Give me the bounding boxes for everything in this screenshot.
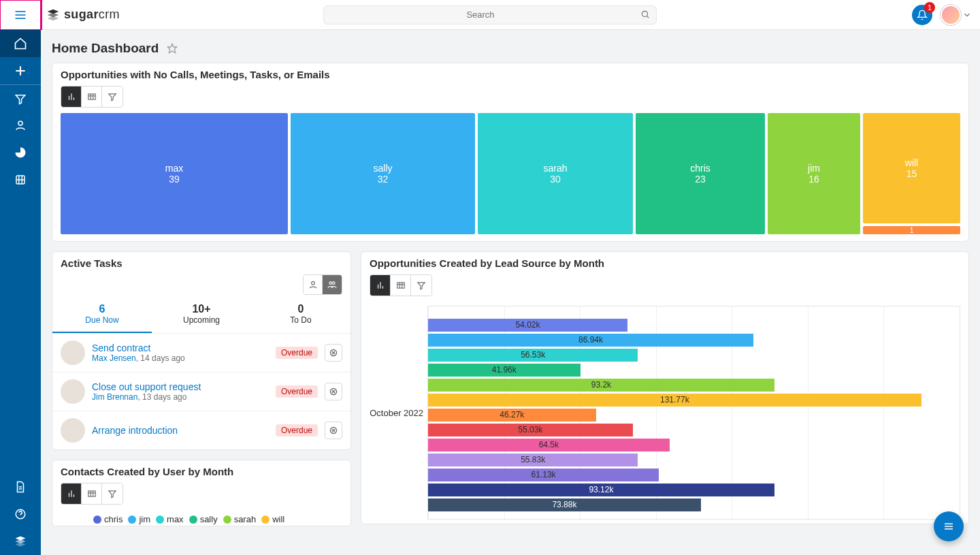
treemap-cell-value: 39 xyxy=(169,174,180,185)
favorite-toggle[interactable] xyxy=(167,43,178,54)
contacts-filter[interactable] xyxy=(102,483,122,504)
nav-accounts[interactable] xyxy=(0,112,41,139)
table-icon xyxy=(396,281,406,290)
nav-create[interactable] xyxy=(0,57,41,84)
contacts-view-chart[interactable] xyxy=(61,483,82,504)
task-title-link[interactable]: Close out support request xyxy=(92,381,269,392)
treemap-cell[interactable]: jim16 xyxy=(768,113,860,234)
legend-item[interactable]: chris xyxy=(93,514,122,524)
treemap-cell[interactable]: chris23 xyxy=(636,113,765,234)
pie-icon xyxy=(14,146,27,159)
legend-item[interactable]: will xyxy=(261,514,284,524)
tab-count: 6 xyxy=(52,303,152,315)
bar-row: 93.2k xyxy=(428,377,953,392)
task-dismiss-button[interactable] xyxy=(325,383,342,400)
bar-segment[interactable]: 46.27k xyxy=(428,409,596,422)
brand-logo[interactable]: sugarcrm xyxy=(41,7,120,22)
bar-segment[interactable]: 73.88k xyxy=(428,498,701,511)
task-meta: Jim Brennan, 13 days ago xyxy=(92,392,269,402)
view-table-button[interactable] xyxy=(82,86,102,107)
chevron-down-icon xyxy=(962,10,972,20)
brand-mark-icon xyxy=(46,8,60,22)
page-title: Home Dashboard xyxy=(52,41,159,56)
treemap-cell[interactable]: sally32 xyxy=(291,113,475,234)
task-title-link[interactable]: Arrange introduction xyxy=(92,425,269,436)
bar-segment[interactable]: 93.2k xyxy=(428,379,774,392)
hamburger-icon xyxy=(14,8,27,22)
tab-label: Due Now xyxy=(52,315,152,325)
tasks-tab[interactable]: 0To Do xyxy=(251,299,350,333)
filter-icon xyxy=(108,489,117,498)
tasks-scope-mine[interactable] xyxy=(304,275,323,294)
nav-stack[interactable] xyxy=(0,528,41,555)
bar-row: 46.27k xyxy=(428,407,953,422)
table-icon xyxy=(87,489,97,498)
leadsrc-title: Opportunities Created by Lead Source by … xyxy=(361,252,968,274)
svg-rect-46 xyxy=(397,283,404,288)
nav-help[interactable] xyxy=(0,501,41,528)
bar-segment[interactable]: 131.77k xyxy=(428,394,921,407)
nav-home[interactable] xyxy=(0,30,41,57)
bar-row: 131.77k xyxy=(428,392,953,407)
leadsrc-view-table[interactable] xyxy=(391,275,411,296)
fab-button[interactable] xyxy=(934,511,964,541)
bar-segment[interactable]: 41.96k xyxy=(428,364,581,377)
legend-item[interactable]: sarah xyxy=(223,514,257,524)
task-user-link[interactable]: Max Jensen xyxy=(92,353,136,363)
nav-grid[interactable] xyxy=(0,166,41,193)
treemap-cell[interactable]: sarah30 xyxy=(478,113,633,234)
tasks-tab[interactable]: 6Due Now xyxy=(52,299,152,333)
nav-filter[interactable] xyxy=(0,84,41,112)
treemap-cell-value: 30 xyxy=(550,174,561,185)
bar-segment[interactable]: 54.02k xyxy=(428,319,627,332)
profile-menu[interactable] xyxy=(941,5,972,25)
treemap-cell-value: 16 xyxy=(808,174,819,185)
task-dismiss-button[interactable] xyxy=(325,422,342,439)
barchart-icon xyxy=(67,489,76,498)
tasks-scope-team[interactable] xyxy=(323,275,342,294)
bar-segment[interactable]: 86.94k xyxy=(428,334,753,347)
bar-segment[interactable]: 64.5k xyxy=(428,439,670,451)
avatar-icon xyxy=(941,5,961,25)
home-icon xyxy=(14,37,27,50)
nav-reports[interactable] xyxy=(0,139,41,166)
legend-item[interactable]: sally xyxy=(189,514,218,524)
legend-swatch xyxy=(93,516,101,524)
stack-icon xyxy=(14,535,27,548)
tab-label: To Do xyxy=(251,315,350,325)
bar-segment[interactable]: 56.53k xyxy=(428,349,638,362)
legend-swatch xyxy=(189,516,197,524)
legend-label: sarah xyxy=(234,514,257,524)
task-user-link[interactable]: Jim Brennan xyxy=(92,392,137,402)
status-badge: Overdue xyxy=(276,385,318,398)
nav-docs[interactable] xyxy=(0,473,41,501)
main-menu-button[interactable] xyxy=(0,0,41,30)
treemap-cell[interactable]: max39 xyxy=(61,113,288,234)
legend-swatch xyxy=(223,516,231,524)
leadsrc-filter[interactable] xyxy=(411,275,431,296)
treemap-cell[interactable]: will15 xyxy=(863,113,960,223)
task-title-link[interactable]: Send contract xyxy=(92,343,269,353)
bar-segment[interactable]: 55.83k xyxy=(428,454,638,466)
view-chart-button[interactable] xyxy=(61,86,82,107)
task-meta: Max Jensen, 14 days ago xyxy=(92,353,269,363)
tasks-tab[interactable]: 10+Upcoming xyxy=(152,299,251,333)
contacts-view-table[interactable] xyxy=(82,483,102,504)
tab-label: Upcoming xyxy=(152,315,251,325)
filter-icon xyxy=(108,92,117,101)
leadsrc-view-chart[interactable] xyxy=(370,275,391,296)
task-dismiss-button[interactable] xyxy=(325,344,342,362)
legend-label: chris xyxy=(104,514,122,524)
treemap-cell[interactable]: 1 xyxy=(863,226,960,234)
filter-button[interactable] xyxy=(102,86,122,107)
legend-item[interactable]: max xyxy=(156,514,184,524)
legend-item[interactable]: jim xyxy=(128,514,150,524)
legend-swatch xyxy=(128,516,136,524)
bar-segment[interactable]: 61.13k xyxy=(428,469,659,481)
bar-row: 55.03k xyxy=(428,422,953,437)
treemap-cell-name: max xyxy=(165,163,183,174)
search-input[interactable] xyxy=(323,5,657,25)
bar-segment[interactable]: 93.12k xyxy=(428,483,774,496)
bar-segment[interactable]: 55.03k xyxy=(428,424,633,437)
notifications-button[interactable]: 1 xyxy=(912,5,932,25)
